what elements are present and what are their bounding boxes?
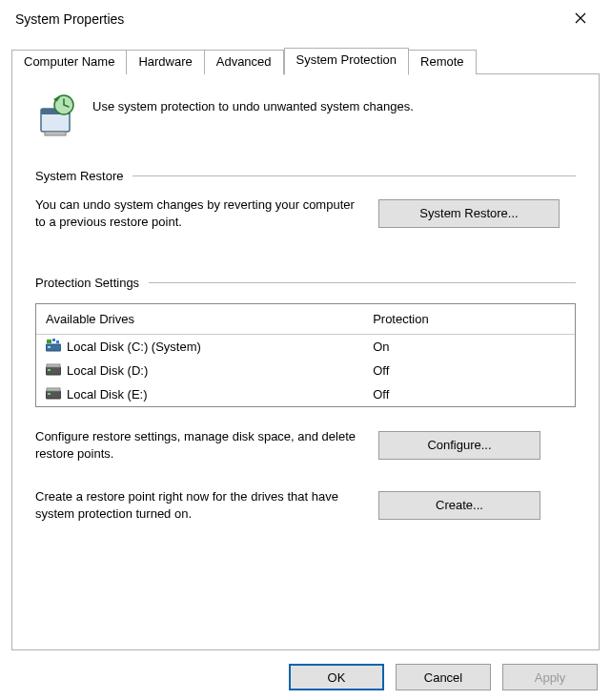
tab-hardware[interactable]: Hardware	[127, 50, 204, 74]
tab-system-protection[interactable]: System Protection	[284, 48, 410, 75]
svg-rect-10	[48, 369, 51, 371]
svg-rect-11	[47, 364, 60, 367]
close-icon	[575, 10, 586, 28]
drive-row[interactable]: Local Disk (D:)Off	[36, 359, 575, 382]
drives-list[interactable]: Available Drives Protection Local Disk (…	[35, 303, 576, 407]
drive-cell: Local Disk (E:)	[46, 386, 373, 402]
configure-desc: Configure restore settings, manage disk …	[35, 428, 359, 462]
svg-rect-14	[47, 388, 60, 391]
svg-rect-13	[48, 393, 51, 395]
tab-panel-system-protection: Use system protection to undo unwanted s…	[11, 74, 600, 650]
svg-rect-6	[47, 340, 51, 343]
col-header-drives: Available Drives	[46, 312, 373, 326]
system-restore-desc: You can undo system changes by reverting…	[35, 196, 359, 230]
drive-row[interactable]: Local Disk (C:) (System)On	[36, 335, 575, 359]
drive-system-icon	[46, 339, 61, 355]
svg-rect-5	[48, 346, 51, 348]
tab-advanced[interactable]: Advanced	[205, 50, 284, 74]
drive-protection: Off	[373, 387, 565, 401]
system-properties-window: System Properties Computer Name Hardware…	[0, 0, 611, 700]
apply-button[interactable]: Apply	[502, 664, 598, 690]
drives-header-row: Available Drives Protection	[36, 304, 575, 335]
intro-text: Use system protection to undo unwanted s…	[92, 93, 414, 113]
create-desc: Create a restore point right now for the…	[35, 488, 359, 522]
dialog-buttons: OK Cancel Apply	[289, 664, 598, 690]
configure-button[interactable]: Configure...	[378, 431, 540, 460]
tabstrip: Computer Name Hardware Advanced System P…	[11, 48, 600, 74]
system-restore-button[interactable]: System Restore...	[378, 199, 560, 228]
drive-name: Local Disk (C:) (System)	[67, 340, 201, 354]
drive-name: Local Disk (D:)	[67, 363, 148, 378]
divider	[149, 282, 576, 283]
drive-icon	[46, 362, 61, 379]
window-title: System Properties	[15, 11, 560, 27]
cancel-button[interactable]: Cancel	[396, 664, 491, 690]
close-button[interactable]	[560, 5, 601, 33]
ok-button[interactable]: OK	[289, 664, 384, 690]
drive-cell: Local Disk (D:)	[46, 362, 373, 379]
drive-icon	[46, 386, 61, 402]
divider	[132, 175, 576, 176]
titlebar: System Properties	[0, 0, 611, 38]
tab-computer-name[interactable]: Computer Name	[11, 50, 127, 74]
svg-rect-7	[52, 339, 55, 341]
drive-row[interactable]: Local Disk (E:)Off	[36, 382, 575, 406]
col-header-protection: Protection	[373, 312, 565, 326]
drive-protection: On	[373, 340, 565, 354]
drive-cell: Local Disk (C:) (System)	[46, 339, 373, 355]
group-protection-settings-header: Protection Settings	[35, 276, 139, 290]
restore-icon	[35, 93, 81, 142]
drive-protection: Off	[373, 363, 565, 378]
tab-remote[interactable]: Remote	[409, 50, 477, 74]
svg-rect-8	[56, 340, 59, 343]
drive-name: Local Disk (E:)	[67, 387, 148, 401]
svg-rect-2	[45, 132, 66, 135]
create-button[interactable]: Create...	[378, 491, 540, 520]
group-system-restore-header: System Restore	[35, 169, 123, 183]
